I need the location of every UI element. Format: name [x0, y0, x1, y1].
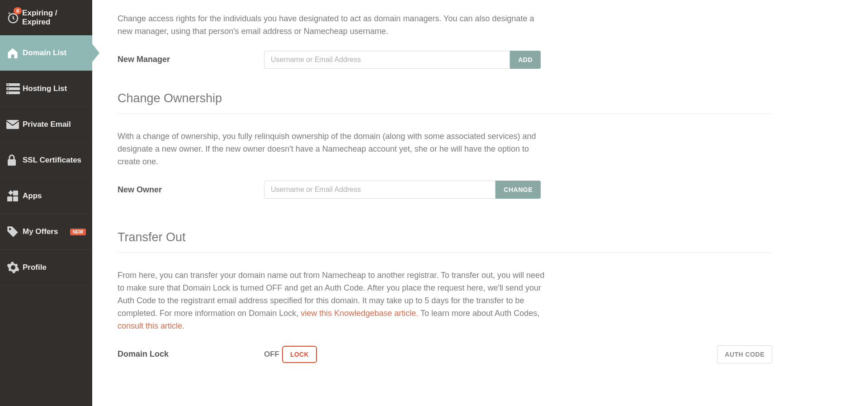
svg-point-4 — [8, 84, 9, 85]
sidebar-item-label: Private Email — [23, 120, 71, 129]
svg-rect-11 — [13, 196, 18, 201]
sidebar-item-my-offers[interactable]: My Offers NEW — [0, 214, 92, 250]
svg-rect-9 — [13, 191, 18, 196]
lock-button[interactable]: LOCK — [282, 346, 317, 363]
svg-rect-10 — [7, 196, 12, 201]
new-tag: NEW — [70, 229, 86, 235]
knowledgebase-link[interactable]: view this Knowledgebase article. — [301, 309, 418, 318]
manager-intro-text: Change access rights for the individuals… — [118, 13, 542, 38]
apps-icon — [6, 190, 23, 202]
server-icon — [6, 83, 23, 94]
sidebar-item-label: Apps — [23, 191, 42, 201]
transfer-intro-text: From here, you can transfer your domain … — [118, 269, 552, 332]
sidebar-item-label: My Offers — [23, 227, 58, 236]
transfer-intro-part-b: To learn more about Auth Codes, — [420, 309, 539, 318]
sidebar-item-label: Domain List — [23, 48, 66, 57]
new-manager-input[interactable] — [264, 51, 510, 69]
svg-point-5 — [8, 88, 9, 89]
domain-lock-status: OFF — [264, 350, 279, 359]
auth-codes-link[interactable]: consult this article. — [118, 321, 184, 330]
add-manager-button[interactable]: ADD — [510, 51, 541, 69]
clock-icon: 8 — [6, 11, 22, 24]
divider — [118, 114, 772, 114]
main-content: Change access rights for the individuals… — [92, 0, 797, 406]
svg-point-6 — [8, 92, 9, 93]
sidebar-item-label: Profile — [23, 263, 47, 272]
mail-icon — [6, 120, 23, 129]
tag-icon — [6, 225, 23, 238]
sidebar-item-expiring[interactable]: 8 Expiring / Expired — [0, 0, 92, 35]
svg-rect-12 — [8, 190, 13, 195]
new-manager-label: New Manager — [118, 55, 264, 64]
new-manager-row: New Manager ADD — [118, 51, 772, 69]
sidebar-item-hosting-list[interactable]: Hosting List — [0, 71, 92, 107]
sidebar-item-ssl[interactable]: SSL Certificates — [0, 143, 92, 178]
change-owner-button[interactable]: CHANGE — [495, 181, 541, 199]
sidebar-item-profile[interactable]: Profile — [0, 250, 92, 286]
auth-code-button[interactable]: AUTH CODE — [717, 345, 772, 363]
home-icon — [6, 47, 23, 59]
divider — [118, 253, 772, 253]
sidebar-item-domain-list[interactable]: Domain List — [0, 35, 92, 71]
sidebar-item-apps[interactable]: Apps — [0, 178, 92, 214]
domain-lock-label: Domain Lock — [118, 349, 264, 359]
svg-point-13 — [9, 228, 11, 230]
sidebar-item-label: Expiring / Expired — [22, 9, 86, 27]
svg-rect-7 — [6, 120, 19, 129]
ownership-intro-text: With a change of ownership, you fully re… — [118, 130, 552, 168]
transfer-out-heading: Transfer Out — [118, 230, 772, 244]
new-owner-input[interactable] — [264, 181, 495, 199]
sidebar-item-private-email[interactable]: Private Email — [0, 107, 92, 143]
sidebar-item-label: SSL Certificates — [23, 156, 81, 165]
svg-rect-8 — [8, 159, 16, 166]
new-owner-label: New Owner — [118, 185, 264, 195]
gear-icon — [6, 261, 23, 274]
sidebar-item-label: Hosting List — [23, 84, 67, 93]
lock-icon — [6, 154, 23, 167]
new-owner-row: New Owner CHANGE — [118, 181, 772, 199]
change-ownership-heading: Change Ownership — [118, 91, 772, 105]
domain-lock-row: Domain Lock OFF LOCK AUTH CODE — [118, 345, 772, 363]
expiring-badge: 8 — [14, 7, 22, 14]
sidebar: 8 Expiring / Expired Domain List Hosting… — [0, 0, 92, 406]
